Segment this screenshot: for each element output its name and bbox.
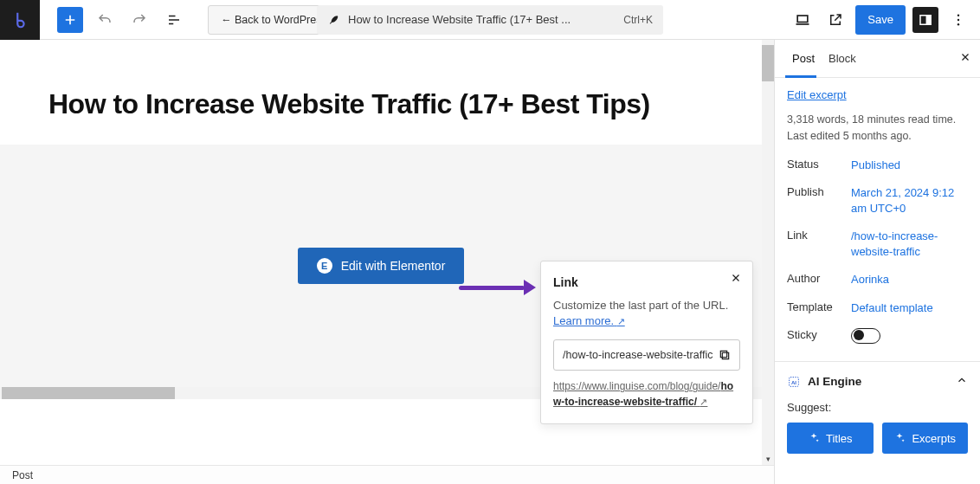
brand-logo[interactable] [0, 0, 40, 40]
close-sidebar-button[interactable] [959, 51, 971, 66]
svg-rect-2 [927, 15, 932, 24]
link-value: /how-to-increase-website-traffic [851, 229, 968, 260]
tab-underline [785, 75, 816, 78]
panel-icon [918, 12, 933, 28]
author-label: Author [787, 272, 851, 285]
copy-icon [718, 348, 732, 362]
view-button[interactable] [790, 7, 816, 33]
suggest-excerpts-label: Excerpts [912, 432, 956, 445]
close-popover-button[interactable] [730, 272, 742, 287]
sticky-label: Sticky [787, 328, 851, 341]
external-arrow-icon-2: ↗ [700, 397, 707, 407]
plus-icon [62, 12, 78, 28]
add-block-button[interactable] [57, 7, 83, 33]
sidebar-content: Edit excerpt 3,318 words, 18 minutes rea… [775, 78, 980, 484]
close-icon [959, 51, 971, 63]
row-publish[interactable]: Publish March 21, 2024 9:12 am UTC+0 [787, 179, 968, 223]
keyboard-shortcut: Ctrl+K [623, 14, 653, 26]
learn-more-text: Learn more. [553, 314, 614, 327]
sticky-toggle[interactable] [851, 328, 880, 344]
edit-with-elementor-label: Edit with Elementor [341, 259, 446, 273]
external-arrow-icon: ↗ [617, 316, 625, 326]
svg-rect-0 [798, 16, 809, 23]
save-button[interactable]: Save [855, 5, 906, 35]
row-link[interactable]: Link /how-to-increase-website-traffic [787, 223, 968, 266]
svg-rect-7 [720, 352, 726, 358]
slug-input[interactable] [563, 349, 715, 361]
link-popover-desc: Customize the last part of the URL. Lear… [553, 298, 740, 329]
suggest-titles-label: Titles [826, 432, 853, 445]
settings-sidebar: Post Block Edit excerpt 3,318 words, 18 … [774, 40, 980, 484]
topbar: ← Back to WordPress Editor How to Increa… [0, 0, 980, 40]
sparkle-icon [893, 432, 906, 444]
row-status[interactable]: Status Published [787, 152, 968, 179]
svg-point-5 [957, 23, 959, 25]
toggle-sidebar-button[interactable] [912, 7, 938, 33]
sidebar-tabs: Post Block [775, 40, 980, 78]
sparkle-icon [808, 432, 820, 444]
top-right-tools: Save [790, 5, 971, 35]
hscroll-thumb[interactable] [2, 387, 175, 399]
svg-point-4 [957, 18, 959, 20]
ai-engine-panel-head[interactable]: AI AI Engine [775, 362, 980, 401]
close-icon [730, 272, 742, 284]
link-desc-text: Customize the last part of the URL. [553, 299, 728, 312]
outline-icon [166, 12, 182, 28]
post-title: How to Increase Website Traffic (17+ Bes… [48, 88, 713, 120]
brand-icon [10, 10, 29, 29]
app-root: ← Back to WordPress Editor How to Increa… [0, 0, 980, 484]
row-template[interactable]: Template Default template [787, 294, 968, 322]
more-options-button[interactable] [945, 7, 971, 33]
last-edited-line: Last edited 5 months ago. [787, 128, 968, 145]
scroll-down-arrow[interactable]: ▾ [762, 453, 774, 465]
learn-more-link[interactable]: Learn more. ↗ [553, 314, 625, 327]
feather-icon [327, 14, 339, 26]
edit-with-elementor-button[interactable]: E Edit with Elementor [298, 248, 465, 284]
vscroll-thumb[interactable] [762, 45, 774, 81]
redo-icon [132, 12, 147, 28]
suggest-titles-button[interactable]: Titles [787, 423, 874, 454]
vertical-scrollbar[interactable] [762, 40, 774, 465]
copy-slug-button[interactable] [715, 345, 734, 365]
open-external-button[interactable] [822, 7, 848, 33]
template-label: Template [787, 300, 851, 313]
ai-suggest-area: Suggest: Titles Excerpts [775, 401, 980, 464]
svg-rect-6 [722, 353, 728, 359]
link-popover-title: Link [553, 275, 740, 289]
row-author[interactable]: Author Aorinka [787, 266, 968, 294]
suggest-excerpts-button[interactable]: Excerpts [882, 423, 969, 454]
svg-text:AI: AI [791, 379, 796, 384]
undo-icon [97, 12, 113, 28]
arrow-line [459, 286, 525, 290]
editor-canvas-wrap: How to Increase Website Traffic (17+ Bes… [0, 40, 774, 484]
laptop-icon [794, 11, 811, 29]
redo-button[interactable] [126, 7, 152, 33]
permalink-preview[interactable]: https://www.linguise.com/blog/guide/how-… [553, 379, 740, 410]
word-count-line: 3,318 words, 18 minutes read time. [787, 112, 968, 128]
author-value: Aorinka [851, 272, 889, 287]
link-popover: Link Customize the last part of the URL.… [540, 261, 753, 424]
post-meta-list: Status Published Publish March 21, 2024 … [775, 150, 980, 357]
template-value: Default template [851, 300, 933, 316]
document-overview-button[interactable] [161, 7, 187, 33]
slug-field-wrap [553, 339, 740, 371]
suggest-label: Suggest: [787, 401, 968, 414]
status-label: Status [787, 158, 851, 171]
elementor-icon: E [317, 258, 332, 274]
external-link-icon [828, 12, 843, 28]
svg-point-3 [957, 14, 959, 16]
tab-block[interactable]: Block [822, 40, 863, 78]
arrow-head-icon [524, 280, 536, 295]
document-title-bar[interactable]: How to Increase Website Traffic (17+ Bes… [317, 5, 663, 35]
link-label: Link [787, 229, 851, 242]
publish-label: Publish [787, 185, 851, 198]
post-title-area[interactable]: How to Increase Website Traffic (17+ Bes… [0, 40, 762, 145]
kebab-icon [951, 12, 966, 28]
edit-excerpt-link[interactable]: Edit excerpt [787, 88, 847, 101]
undo-button[interactable] [92, 7, 118, 33]
publish-value: March 21, 2024 9:12 am UTC+0 [851, 185, 968, 216]
ai-icon: AI [787, 375, 801, 389]
annotation-arrow [459, 280, 536, 295]
document-title: How to Increase Website Traffic (17+ Bes… [348, 13, 615, 26]
tab-post[interactable]: Post [785, 40, 822, 78]
